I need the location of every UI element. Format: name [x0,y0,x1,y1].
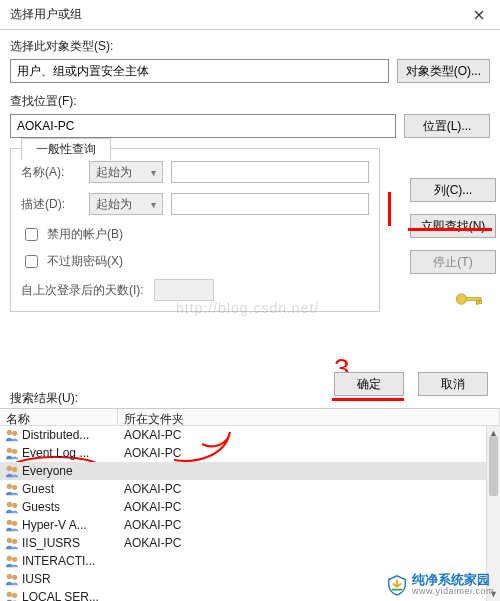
annotation-red-cursor [388,192,391,226]
svg-point-10 [7,466,12,471]
svg-point-21 [12,557,17,562]
svg-rect-1 [466,298,481,301]
item-name: LOCAL SER... [20,590,118,601]
results-item[interactable]: INTERACTI... [0,552,486,570]
disabled-accounts-label: 禁用的帐户(B) [47,226,123,243]
svg-rect-2 [477,301,479,305]
desc-input[interactable] [171,193,369,215]
group-icon [4,500,20,514]
search-key-icon [454,290,484,311]
columns-button[interactable]: 列(C)... [410,178,496,202]
group-icon [4,554,20,568]
results-label: 搜索结果(U): [10,390,78,407]
group-icon [4,518,20,532]
group-icon [4,536,20,550]
item-name: INTERACTI... [20,554,118,568]
query-tab[interactable]: 一般性查询 [21,138,111,161]
close-icon [474,10,484,20]
name-match-combo[interactable]: 起始为 ▾ [89,161,163,183]
item-location: AOKAI-PC [118,446,181,460]
item-name: Hyper-V A... [20,518,118,532]
column-location[interactable]: 所在文件夹 [118,409,500,425]
brand-url: www.yidaimei.com [412,587,494,597]
svg-point-23 [12,575,17,580]
svg-point-6 [7,430,12,435]
brand-shield-icon [386,574,408,596]
svg-point-9 [12,449,17,454]
results-header: 名称 所在文件夹 [0,408,500,426]
item-name: Guests [20,500,118,514]
object-types-field[interactable] [10,59,389,83]
name-field-label: 名称(A): [21,164,81,181]
right-button-column: 列(C)... 立即查找(N) 停止(T) [410,178,490,274]
svg-point-22 [7,574,12,579]
svg-point-11 [12,467,17,472]
item-location: AOKAI-PC [118,482,181,496]
svg-point-13 [12,485,17,490]
stop-button[interactable]: 停止(T) [410,250,496,274]
days-since-label: 自上次登录后的天数(I): [21,282,144,299]
group-icon [4,464,20,478]
svg-point-7 [12,431,17,436]
column-name[interactable]: 名称 [0,409,118,425]
group-icon [4,482,20,496]
chevron-down-icon: ▾ [151,167,156,178]
name-match-value: 起始为 [96,164,132,181]
svg-point-19 [12,539,17,544]
results-item[interactable]: IIS_IUSRSAOKAI-PC [0,534,486,552]
item-name: Event Log ... [20,446,118,460]
group-icon [4,428,20,442]
dialog-title: 选择用户或组 [10,6,82,23]
location-field[interactable] [10,114,396,138]
desc-match-value: 起始为 [96,196,132,213]
item-location: AOKAI-PC [118,428,181,442]
disabled-accounts-checkbox[interactable]: 禁用的帐户(B) [21,225,369,244]
results-item[interactable]: Event Log ...AOKAI-PC [0,444,486,462]
svg-point-20 [7,556,12,561]
scroll-thumb[interactable] [489,436,498,496]
ok-cancel-row: 确定 取消 [334,372,488,396]
svg-point-17 [12,521,17,526]
results-item[interactable]: Hyper-V A...AOKAI-PC [0,516,486,534]
brand-logo: 纯净系统家园 www.yidaimei.com [386,573,494,597]
nonexpiring-password-label: 不过期密码(X) [47,253,123,270]
item-location: AOKAI-PC [118,536,181,550]
results-item[interactable]: GuestsAOKAI-PC [0,498,486,516]
svg-point-12 [7,484,12,489]
name-input[interactable] [171,161,369,183]
nonexpiring-password-checkbox[interactable]: 不过期密码(X) [21,252,369,271]
cancel-button[interactable]: 取消 [418,372,488,396]
disabled-accounts-box[interactable] [25,228,38,241]
results-item[interactable]: GuestAOKAI-PC [0,480,486,498]
title-bar: 选择用户或组 [0,0,500,30]
svg-point-25 [12,593,17,598]
item-name: Everyone [20,464,118,478]
desc-match-combo[interactable]: 起始为 ▾ [89,193,163,215]
close-button[interactable] [464,4,494,26]
svg-point-24 [7,592,12,597]
group-icon [4,590,20,601]
svg-point-8 [7,448,12,453]
svg-point-14 [7,502,12,507]
group-icon [4,572,20,586]
days-since-combo[interactable] [154,279,214,301]
brand-name: 纯净系统家园 [412,573,494,587]
results-item[interactable]: Everyone [0,462,486,480]
item-name: Guest [20,482,118,496]
object-types-label: 选择此对象类型(S): [10,38,490,55]
item-location: AOKAI-PC [118,518,181,532]
svg-point-0 [456,294,467,305]
object-types-button[interactable]: 对象类型(O)... [397,59,490,83]
item-name: IIS_IUSRS [20,536,118,550]
query-group: 一般性查询 名称(A): 起始为 ▾ 描述(D): 起始为 ▾ 禁用的帐户(B)… [10,148,380,312]
ok-button[interactable]: 确定 [334,372,404,396]
desc-field-label: 描述(D): [21,196,81,213]
location-button[interactable]: 位置(L)... [404,114,490,138]
svg-point-18 [7,538,12,543]
annotation-ok-underline [332,398,404,401]
svg-point-15 [12,503,17,508]
annotation-findnow-underline [408,228,492,231]
nonexpiring-password-box[interactable] [25,255,38,268]
find-now-button[interactable]: 立即查找(N) [410,214,496,238]
results-item[interactable]: Distributed...AOKAI-PC [0,426,486,444]
